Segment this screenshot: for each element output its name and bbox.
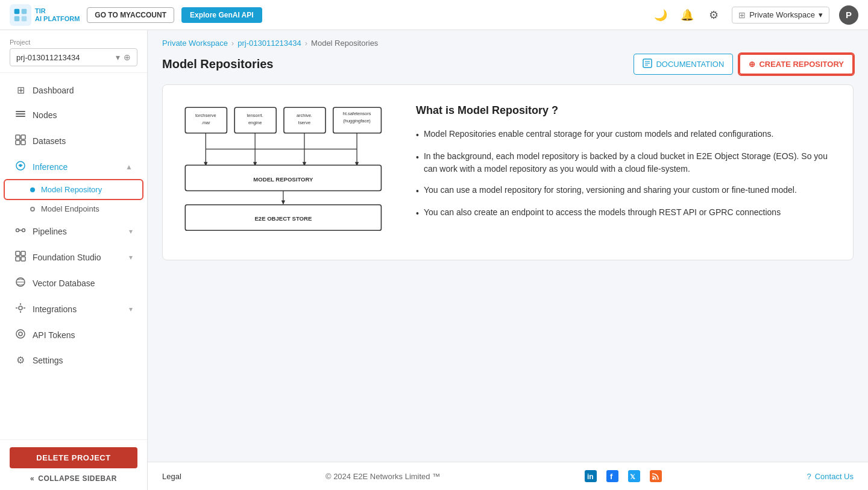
page-actions: DOCUMENTATION ⊕ CREATE REPOSITORY [634, 54, 854, 75]
linkedin-icon[interactable]: in [584, 470, 597, 483]
sidebar-item-inference[interactable]: Inference ▲ [5, 154, 142, 180]
sidebar-item-label: Nodes [33, 110, 57, 120]
sidebar-item-label: Inference [33, 162, 68, 172]
project-add-icon: ⊕ [124, 52, 131, 62]
sidebar-item-nodes[interactable]: Nodes [5, 102, 142, 128]
sidebar-item-integrations[interactable]: Integrations ▾ [5, 297, 142, 322]
sidebar-item-label: Datasets [33, 136, 66, 146]
project-dropdown-icons: ▾ ⊕ [116, 52, 131, 62]
svg-rect-7 [16, 135, 20, 139]
svg-text:E2E OBJECT STORE: E2E OBJECT STORE [254, 215, 312, 222]
sidebar-item-api-tokens[interactable]: API Tokens [5, 322, 142, 348]
main-content: Private Workspace › prj-013011213434 › M… [148, 30, 868, 490]
svg-marker-57 [281, 200, 285, 204]
user-avatar[interactable]: P [839, 5, 858, 25]
bullet-icon-2: • [416, 151, 419, 175]
topnav-right: 🌙 🔔 ⚙ ⊞ Private Workspace ▾ P [652, 5, 858, 25]
footer-copyright: © 2024 E2E Networks Limited ™ [326, 472, 440, 481]
foundation-studio-chevron-icon: ▾ [129, 253, 133, 262]
workspace-chevron-icon: ▾ [819, 10, 823, 19]
info-bullets: • Model Repositories enable central stor… [416, 128, 834, 220]
sidebar-item-model-endpoints[interactable]: Model Endpoints [5, 199, 142, 218]
svg-rect-4 [16, 111, 25, 112]
project-id: prj-013011213434 [16, 53, 80, 62]
logo-text: TIR AI PLATFORM [35, 7, 80, 22]
svg-rect-6 [16, 116, 25, 117]
sidebar-item-pipelines[interactable]: Pipelines ▾ [5, 219, 142, 244]
contact-us-button[interactable]: ? Contact Us [807, 472, 854, 481]
theme-toggle-icon[interactable]: 🌙 [652, 7, 669, 24]
settings-nav-icon: ⚙ [14, 354, 27, 366]
model-repository-dot [30, 187, 35, 192]
collapse-sidebar-button[interactable]: « COLLAPSE SIDEBAR [10, 474, 137, 483]
rss-icon[interactable] [649, 470, 662, 483]
breadcrumb-sep-2: › [305, 39, 307, 48]
project-dropdown[interactable]: prj-013011213434 ▾ ⊕ [10, 48, 137, 66]
info-title: What is Model Repository ? [416, 104, 834, 117]
svg-rect-16 [16, 251, 20, 256]
svg-rect-2 [14, 16, 20, 21]
project-label: Project [10, 39, 137, 46]
bullet-icon-3: • [416, 185, 419, 198]
svg-point-12 [19, 165, 22, 167]
twitter-icon[interactable]: 𝕏 [627, 470, 641, 483]
sidebar-subitem-label: Model Endpoints [41, 204, 99, 213]
sidebar-item-label: Dashboard [33, 86, 74, 95]
sidebar-item-settings[interactable]: ⚙ Settings [5, 348, 142, 372]
delete-project-button[interactable]: DELETE PROJECT [10, 447, 137, 468]
nodes-icon [14, 108, 27, 122]
sidebar-bottom: DELETE PROJECT « COLLAPSE SIDEBAR [0, 439, 147, 490]
inference-icon [14, 160, 27, 174]
documentation-button[interactable]: DOCUMENTATION [634, 54, 733, 75]
page-header: Model Repositories DOCUMENTATION ⊕ CREAT… [148, 48, 868, 84]
workspace-label: Private Workspace [749, 10, 815, 19]
pipelines-chevron-icon: ▾ [129, 227, 133, 236]
sidebar-item-label: Foundation Studio [33, 253, 101, 262]
facebook-icon[interactable]: f [606, 470, 619, 483]
svg-text:tserve: tserve [298, 120, 310, 125]
sidebar-item-vector-database[interactable]: Vector Database [5, 271, 142, 296]
svg-text:f: f [610, 472, 613, 481]
explore-genai-button[interactable]: Explore GenAI API [181, 7, 262, 23]
workspace-icon: ⊞ [738, 10, 746, 20]
svg-point-13 [16, 229, 19, 232]
svg-point-67 [652, 477, 655, 480]
docs-icon [643, 58, 652, 70]
documentation-label: DOCUMENTATION [656, 60, 724, 69]
inference-chevron-icon: ▲ [125, 163, 133, 171]
top-navigation: TIR AI PLATFORM GO TO MYACCOUNT Explore … [0, 0, 868, 30]
dashboard-icon: ⊞ [14, 84, 27, 96]
svg-point-27 [16, 330, 25, 338]
pipelines-icon [14, 225, 27, 238]
project-selector: Project prj-013011213434 ▾ ⊕ [0, 30, 147, 73]
notifications-icon[interactable]: 🔔 [679, 7, 696, 24]
topnav-left: TIR AI PLATFORM GO TO MYACCOUNT Explore … [10, 4, 262, 26]
svg-rect-18 [16, 257, 20, 261]
footer-legal[interactable]: Legal [162, 472, 181, 481]
integrations-icon [14, 303, 27, 316]
main-layout: Project prj-013011213434 ▾ ⊕ ⊞ Dashboard [0, 30, 868, 490]
settings-icon[interactable]: ⚙ [705, 7, 722, 24]
sidebar-item-model-repository[interactable]: Model Repository [5, 180, 142, 199]
svg-text:in: in [587, 473, 594, 481]
breadcrumb: Private Workspace › prj-013011213434 › M… [148, 30, 868, 48]
model-endpoints-dot [30, 207, 35, 212]
bullet-1: • Model Repositories enable central stor… [416, 128, 834, 142]
svg-point-28 [19, 332, 22, 336]
create-icon: ⊕ [749, 60, 755, 69]
workspace-selector[interactable]: ⊞ Private Workspace ▾ [732, 7, 829, 24]
myaccount-button[interactable]: GO TO MYACCOUNT [87, 7, 174, 23]
dropdown-arrow-icon: ▾ [116, 52, 120, 62]
collapse-chevron-icon: « [30, 474, 34, 483]
vector-database-icon [14, 277, 27, 290]
sidebar-item-foundation-studio[interactable]: Foundation Studio ▾ [5, 245, 142, 270]
bullet-text-3: You can use a model repository for stori… [424, 184, 797, 198]
sidebar-item-dashboard[interactable]: ⊞ Dashboard [5, 78, 142, 102]
bullet-text-2: In the background, each model repository… [424, 150, 834, 175]
create-repository-button[interactable]: ⊕ CREATE REPOSITORY [739, 54, 854, 75]
breadcrumb-workspace[interactable]: Private Workspace [162, 39, 228, 48]
sidebar-item-datasets[interactable]: Datasets [5, 128, 142, 154]
breadcrumb-project[interactable]: prj-013011213434 [237, 39, 301, 48]
svg-rect-17 [21, 251, 25, 256]
contact-label: Contact Us [815, 472, 854, 481]
